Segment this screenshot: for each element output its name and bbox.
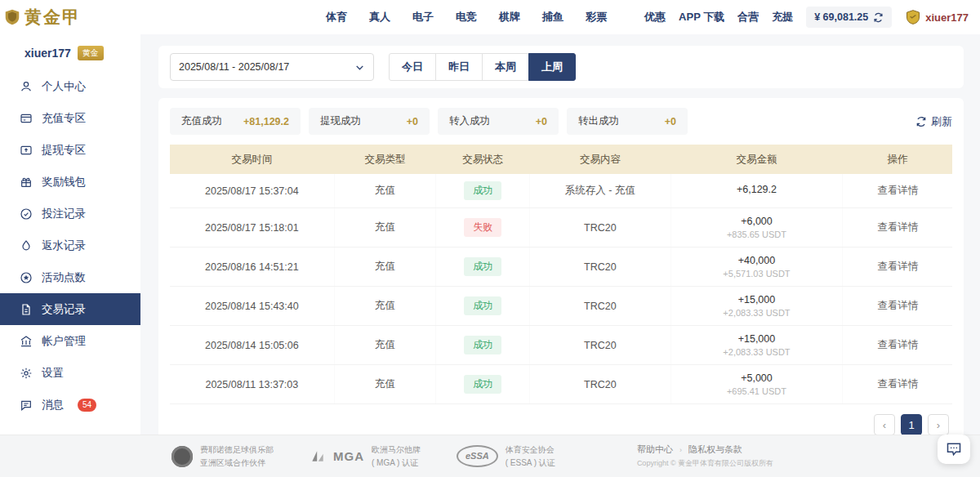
nav-sports[interactable]: 体育 — [326, 10, 347, 25]
sidebar-item-messages[interactable]: 消息 54 — [0, 389, 140, 421]
mga-sail-icon — [310, 448, 326, 465]
user-menu[interactable]: xiuer177 — [905, 8, 969, 26]
nav-live[interactable]: 真人 — [369, 10, 390, 25]
cell-action: 查看详情 — [843, 365, 952, 404]
sidebar-item-activity-points[interactable]: 活动点数 — [0, 261, 140, 293]
cell-time: 2025/08/17 15:18:01 — [170, 208, 334, 247]
date-range-value: 2025/08/11 - 2025/08/17 — [179, 61, 289, 73]
logo-text: 黄金甲 — [24, 6, 81, 29]
cell-content: TRC20 — [530, 208, 670, 247]
customer-service-button[interactable] — [938, 435, 970, 464]
partner-text: 欧洲马尔他牌 ( MGA ) 认证 — [372, 444, 421, 469]
tab-today[interactable]: 今日 — [389, 53, 436, 81]
wallet-balance[interactable]: ¥ 69,081.25 — [806, 7, 892, 28]
table-row: 2025/08/17 15:37:04 充值 成功 系统存入 - 充值 +6,1… — [170, 174, 952, 208]
view-detail-link[interactable]: 查看详情 — [877, 185, 918, 196]
nav-lottery[interactable]: 彩票 — [586, 10, 607, 25]
view-detail-link[interactable]: 查看详情 — [877, 221, 918, 233]
promo-link[interactable]: 优惠 — [644, 10, 666, 25]
amount-value: +6,000 — [675, 216, 840, 227]
feyenoord-logo-icon — [172, 446, 193, 467]
view-detail-link[interactable]: 查看详情 — [877, 300, 918, 311]
affiliate-link[interactable]: 合营 — [737, 10, 759, 25]
site-logo[interactable]: 黄金甲 — [3, 6, 81, 29]
view-detail-link[interactable]: 查看详情 — [877, 339, 918, 350]
summary-recharge-success: 充值成功 +81,129.2 — [170, 108, 301, 135]
reward-wallet-icon — [20, 176, 33, 189]
footer-links: 帮助中心 › 隐私权与条款 — [637, 444, 773, 456]
page-number-1[interactable]: 1 — [901, 414, 922, 435]
amount-usdt: +2,083.33 USDT — [675, 308, 840, 318]
col-amount: 交易金额 — [670, 145, 843, 174]
sidebar-item-label: 活动点数 — [42, 270, 86, 285]
sidebar-item-label: 奖励钱包 — [42, 175, 86, 189]
nav-esports[interactable]: 电竞 — [456, 10, 477, 25]
header-username: xiuer177 — [925, 11, 969, 24]
col-time: 交易时间 — [170, 145, 334, 174]
records-card: 充值成功 +81,129.2 提现成功 +0 转入成功 +0 转出成功 +0 — [158, 98, 964, 447]
nav-cards[interactable]: 棋牌 — [499, 10, 520, 25]
page-prev-button[interactable]: ‹ — [874, 414, 895, 435]
deposit-withdraw-link[interactable]: 充提 — [772, 10, 793, 25]
message-icon — [20, 399, 33, 412]
cell-amount: +15,000+2,083.33 USDT — [670, 287, 843, 326]
nav-fishing[interactable]: 捕鱼 — [542, 10, 564, 25]
sidebar-item-label: 交易记录 — [42, 302, 86, 317]
sidebar-item-settings[interactable]: 设置 — [0, 357, 140, 389]
summary-label: 提现成功 — [320, 114, 361, 128]
cell-action: 查看详情 — [843, 247, 952, 287]
sidebar-item-label: 返水记录 — [42, 238, 86, 253]
page-next-button[interactable]: › — [928, 414, 949, 435]
sidebar-item-reward-wallet[interactable]: 奖励钱包 — [0, 166, 140, 198]
view-detail-link[interactable]: 查看详情 — [877, 378, 918, 390]
recharge-icon — [20, 112, 33, 125]
col-type: 交易类型 — [334, 145, 436, 174]
tab-last-week[interactable]: 上周 — [528, 53, 576, 81]
app-download-link[interactable]: APP 下载 — [679, 10, 724, 25]
cell-amount: +15,000+2,083.33 USDT — [670, 326, 843, 365]
refresh-button[interactable]: 刷新 — [915, 114, 952, 129]
cell-content: TRC20 — [530, 247, 670, 287]
help-center-link[interactable]: 帮助中心 — [637, 444, 673, 456]
view-detail-link[interactable]: 查看详情 — [877, 261, 918, 272]
date-tabs: 今日 昨日 本周 上周 — [389, 53, 576, 81]
cell-status: 成功 — [436, 287, 530, 326]
sidebar-item-label: 个人中心 — [42, 79, 86, 94]
cell-amount: +5,000+695.41 USDT — [670, 365, 843, 404]
amount-usdt: +835.65 USDT — [675, 230, 840, 239]
refresh-balance-icon[interactable] — [873, 12, 884, 23]
sidebar-item-rebate-records[interactable]: 返水记录 — [0, 230, 140, 261]
tab-this-week[interactable]: 本周 — [482, 53, 529, 81]
privacy-terms-link[interactable]: 隐私权与条款 — [688, 444, 742, 456]
summary-row: 充值成功 +81,129.2 提现成功 +0 转入成功 +0 转出成功 +0 — [170, 108, 952, 135]
tab-yesterday[interactable]: 昨日 — [435, 53, 483, 81]
cell-amount: +6,000+835.65 USDT — [670, 208, 843, 247]
refresh-label: 刷新 — [931, 114, 952, 129]
status-badge: 成功 — [464, 296, 501, 315]
essa-logo-icon: eSSA — [457, 445, 498, 467]
partner-text: 体育安全协会 ( ESSA ) 认证 — [506, 444, 555, 469]
amount-usdt: +5,571.03 USDT — [675, 269, 840, 279]
sidebar-item-account-manage[interactable]: 帐户管理 — [0, 325, 140, 357]
sidebar-item-label: 充值专区 — [42, 111, 86, 126]
sidebar-item-bet-records[interactable]: 投注记录 — [0, 198, 140, 230]
sidebar-item-transaction-records[interactable]: 交易记录 — [0, 293, 140, 325]
cell-status: 成功 — [436, 365, 530, 404]
bet-records-icon — [20, 207, 33, 221]
cell-content: 系统存入 - 充值 — [530, 174, 670, 208]
summary-label: 转入成功 — [449, 114, 490, 128]
sidebar-item-recharge[interactable]: 充值专区 — [0, 102, 140, 134]
amount-usdt: +2,083.33 USDT — [675, 347, 840, 357]
settings-icon — [20, 367, 33, 380]
sidebar-item-personal-center[interactable]: 个人中心 — [0, 70, 140, 102]
cell-status: 成功 — [436, 247, 530, 287]
nav-slots[interactable]: 电子 — [412, 10, 434, 25]
partner-line2: ( MGA ) 认证 — [372, 457, 421, 470]
summary-label: 充值成功 — [181, 114, 222, 128]
message-count-badge: 54 — [78, 399, 96, 412]
date-range-select[interactable]: 2025/08/11 - 2025/08/17 — [170, 53, 374, 81]
sidebar-item-withdraw[interactable]: 提现专区 — [0, 134, 140, 166]
cell-time: 2025/08/14 15:05:06 — [170, 326, 334, 365]
col-content: 交易内容 — [530, 145, 670, 174]
logo-shield-icon — [3, 7, 21, 27]
